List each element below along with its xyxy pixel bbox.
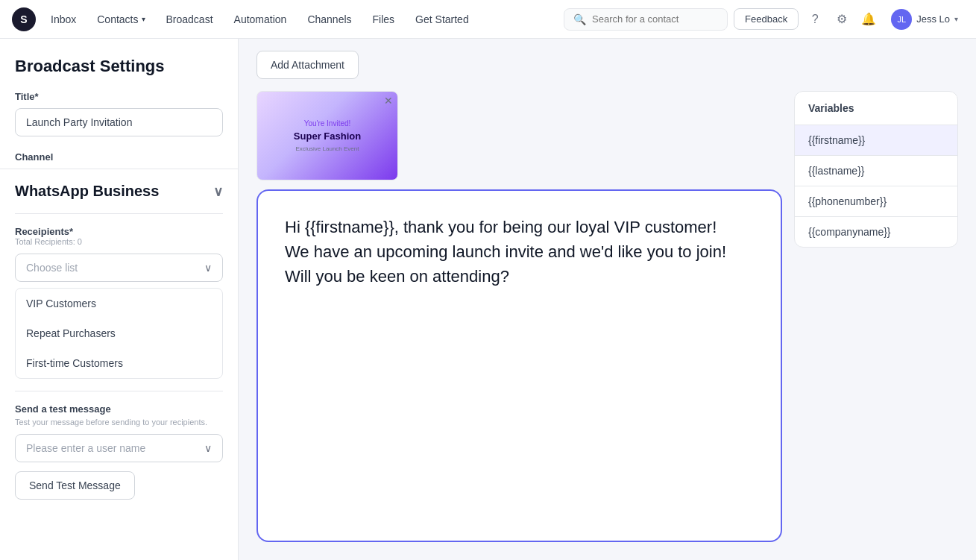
- user-select-chevron-icon: ∨: [204, 442, 212, 454]
- channel-chevron-icon: ∨: [213, 183, 223, 200]
- preview-image-inner: You're Invited! Super Fashion Exclusive …: [285, 110, 370, 161]
- list-item-repeat[interactable]: Repeat Purchasers: [16, 318, 222, 348]
- attachment-bar: Add Attachment: [239, 39, 976, 91]
- recipients-label: Receipients*: [15, 226, 223, 237]
- send-test-button[interactable]: Send Test Message: [15, 471, 135, 500]
- variable-firstname[interactable]: {{firstname}}: [795, 125, 957, 156]
- test-section: Send a test message Test your message be…: [15, 391, 223, 512]
- search-bar[interactable]: 🔍: [564, 8, 728, 31]
- top-navigation: S Inbox Contacts ▾ Broadcast Automation …: [0, 0, 976, 39]
- feedback-button[interactable]: Feedback: [734, 8, 799, 30]
- choose-list-selector[interactable]: Choose list ∨: [15, 254, 223, 282]
- preview-sub: Exclusive Launch Event: [294, 145, 361, 152]
- choose-list-chevron-icon: ∨: [204, 262, 212, 274]
- left-panel: Broadcast Settings Title* Channel WhatsA…: [0, 39, 239, 560]
- preview-close-icon[interactable]: ✕: [384, 95, 393, 107]
- main-layout: Broadcast Settings Title* Channel WhatsA…: [0, 39, 976, 560]
- search-icon: 🔍: [573, 13, 586, 25]
- list-item-first-time[interactable]: First-time Customers: [16, 348, 222, 378]
- search-input[interactable]: [592, 13, 718, 25]
- user-select-placeholder: Please enter a user name: [26, 442, 145, 454]
- recipients-sub: Total Recipients: 0: [15, 237, 223, 246]
- add-attachment-button[interactable]: Add Attachment: [256, 51, 359, 79]
- nav-broadcast[interactable]: Broadcast: [157, 9, 222, 30]
- variable-companyname[interactable]: {{companyname}}: [795, 217, 957, 247]
- variables-header: Variables: [795, 92, 957, 125]
- contacts-chevron-icon: ▾: [142, 15, 145, 23]
- choose-list-placeholder: Choose list: [26, 262, 78, 274]
- variable-phonenumber[interactable]: {{phonenumber}}: [795, 186, 957, 217]
- channel-section: Channel: [15, 151, 223, 163]
- content-area: ✕ You're Invited! Super Fashion Exclusiv…: [239, 91, 976, 560]
- user-menu[interactable]: JL Jess Lo ▾: [885, 6, 964, 33]
- center-col: ✕ You're Invited! Super Fashion Exclusiv…: [256, 91, 782, 542]
- variables-panel: Variables {{firstname}} {{lastname}} {{p…: [794, 91, 958, 248]
- user-select[interactable]: Please enter a user name ∨: [15, 434, 223, 462]
- test-label: Send a test message: [15, 403, 223, 415]
- help-icon[interactable]: ?: [805, 9, 825, 30]
- message-text: Hi {{firstname}}, thank you for being ou…: [285, 215, 732, 289]
- message-box[interactable]: Hi {{firstname}}, thank you for being ou…: [256, 189, 782, 542]
- title-section: Title*: [15, 91, 223, 136]
- user-name-label: Jess Lo: [916, 13, 950, 25]
- nav-items: Inbox Contacts ▾ Broadcast Automation Ch…: [42, 9, 558, 30]
- recipients-section: Receipients* Total Recipients: 0 Choose …: [15, 213, 223, 391]
- title-input[interactable]: [15, 108, 223, 136]
- nav-files[interactable]: Files: [364, 9, 404, 30]
- settings-icon[interactable]: ⚙: [831, 9, 852, 30]
- page-title: Broadcast Settings: [15, 57, 223, 76]
- preview-brand: Super Fashion: [294, 130, 361, 142]
- right-area: Add Attachment ✕ You're Invited! Super F…: [239, 39, 976, 560]
- title-label: Title*: [15, 91, 223, 102]
- nav-channels[interactable]: Channels: [298, 9, 360, 30]
- nav-inbox[interactable]: Inbox: [42, 9, 85, 30]
- user-chevron-icon: ▾: [954, 15, 958, 23]
- right-inner: ✕ You're Invited! Super Fashion Exclusiv…: [256, 91, 958, 542]
- channel-selector[interactable]: WhatsApp Business ∨: [0, 169, 238, 213]
- app-logo: S: [12, 7, 36, 31]
- nav-contacts[interactable]: Contacts ▾: [88, 9, 154, 30]
- channel-value: WhatsApp Business: [15, 183, 159, 200]
- list-dropdown: VIP Customers Repeat Purchasers First-ti…: [15, 288, 223, 379]
- recipients-header: Receipients* Total Recipients: 0: [15, 226, 223, 246]
- preview-image: ✕ You're Invited! Super Fashion Exclusiv…: [256, 91, 398, 180]
- nav-get-started[interactable]: Get Started: [406, 9, 478, 30]
- test-sub: Test your message before sending to your…: [15, 418, 223, 427]
- nav-automation[interactable]: Automation: [225, 9, 296, 30]
- notifications-icon[interactable]: 🔔: [858, 9, 879, 30]
- nav-right-actions: Feedback ? ⚙ 🔔 JL Jess Lo ▾: [734, 6, 964, 33]
- list-item-vip[interactable]: VIP Customers: [16, 289, 222, 318]
- preview-invited-text: You're Invited!: [294, 119, 361, 128]
- channel-label: Channel: [15, 151, 223, 163]
- variable-lastname[interactable]: {{lastname}}: [795, 156, 957, 186]
- avatar: JL: [891, 9, 912, 30]
